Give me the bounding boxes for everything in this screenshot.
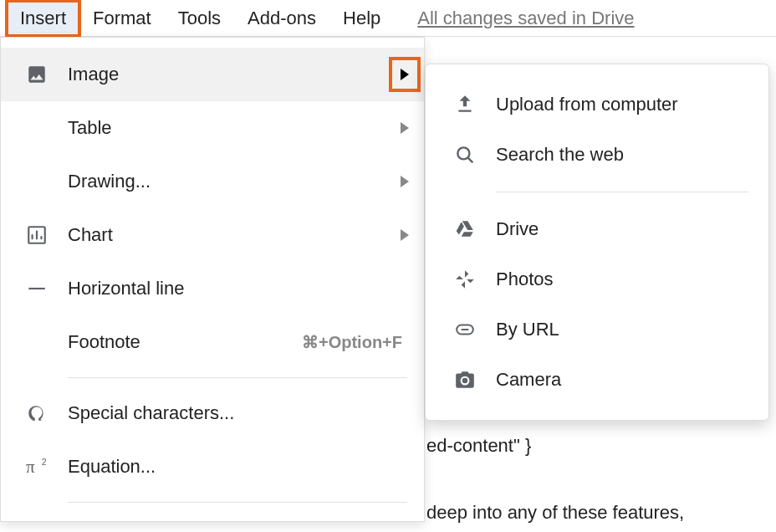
submenu-item-label: By URL bbox=[496, 319, 559, 340]
menu-separator bbox=[68, 377, 407, 378]
submenu-item-camera[interactable]: Camera bbox=[426, 355, 768, 405]
submenu-item-upload[interactable]: Upload from computer bbox=[426, 79, 768, 130]
submenu-item-search-web[interactable]: Search the web bbox=[426, 130, 768, 180]
menu-item-label: Equation... bbox=[68, 456, 409, 478]
menu-item-label: Table bbox=[68, 117, 394, 139]
insert-dropdown: Image Table Drawing... Chart Horizontal … bbox=[0, 37, 425, 522]
doc-text-fragment: deep into any of these features, bbox=[426, 502, 684, 524]
camera-icon bbox=[454, 369, 496, 391]
menu-separator bbox=[68, 502, 407, 503]
image-icon bbox=[26, 64, 68, 85]
svg-text:π: π bbox=[26, 457, 35, 477]
menubar-item-addons[interactable]: Add-ons bbox=[234, 1, 329, 36]
menu-item-equation[interactable]: π2 Equation... bbox=[1, 440, 424, 494]
submenu-item-label: Search the web bbox=[496, 144, 624, 166]
menubar-item-insert[interactable]: Insert bbox=[7, 1, 79, 36]
menubar: Insert Format Tools Add-ons Help All cha… bbox=[0, 0, 776, 37]
menubar-item-format[interactable]: Format bbox=[79, 1, 165, 36]
svg-rect-1 bbox=[28, 288, 45, 289]
submenu-arrow-icon bbox=[401, 229, 409, 241]
svg-text:2: 2 bbox=[42, 457, 47, 467]
upload-icon bbox=[454, 94, 496, 115]
horizontal-line-icon bbox=[26, 278, 68, 299]
search-icon bbox=[454, 144, 496, 166]
menu-item-drawing[interactable]: Drawing... bbox=[1, 155, 424, 208]
submenu-item-label: Upload from computer bbox=[496, 94, 678, 115]
drive-icon bbox=[454, 218, 496, 240]
shortcut-label: ⌘+Option+F bbox=[302, 332, 402, 352]
submenu-arrow-icon bbox=[401, 122, 409, 134]
menu-item-label: Drawing... bbox=[68, 171, 394, 192]
menu-item-label: Horizontal line bbox=[68, 278, 409, 299]
submenu-item-label: Drive bbox=[496, 218, 539, 240]
chart-icon bbox=[26, 224, 68, 246]
menu-item-special-characters[interactable]: Special characters... bbox=[1, 386, 424, 440]
submenu-item-label: Camera bbox=[496, 369, 561, 391]
menu-item-label: Chart bbox=[68, 224, 394, 246]
image-submenu: Upload from computer Search the web Driv… bbox=[425, 64, 769, 421]
submenu-item-photos[interactable]: Photos bbox=[426, 254, 768, 304]
submenu-arrow-icon bbox=[401, 176, 409, 187]
menubar-item-help[interactable]: Help bbox=[329, 1, 394, 36]
menu-item-label: Special characters... bbox=[68, 402, 409, 424]
menu-item-label: Image bbox=[68, 64, 394, 85]
menubar-item-tools[interactable]: Tools bbox=[165, 1, 234, 36]
submenu-item-by-url[interactable]: By URL bbox=[426, 304, 768, 355]
save-status[interactable]: All changes saved in Drive bbox=[417, 8, 634, 29]
menu-item-table[interactable]: Table bbox=[1, 101, 424, 155]
submenu-item-label: Photos bbox=[496, 269, 554, 290]
submenu-arrow-icon bbox=[401, 69, 409, 80]
doc-text-fragment: ed-content" } bbox=[426, 435, 531, 457]
menu-item-label: Footnote bbox=[68, 331, 302, 353]
pi-icon: π2 bbox=[26, 455, 68, 478]
photos-icon bbox=[454, 269, 496, 290]
menu-item-image[interactable]: Image bbox=[1, 48, 424, 101]
menu-item-chart[interactable]: Chart bbox=[1, 208, 424, 262]
menu-item-horizontal-line[interactable]: Horizontal line bbox=[1, 262, 424, 315]
menu-item-footnote[interactable]: Footnote ⌘+Option+F bbox=[1, 315, 424, 369]
omega-icon bbox=[26, 402, 68, 424]
submenu-item-drive[interactable]: Drive bbox=[426, 204, 768, 254]
link-icon bbox=[454, 319, 496, 340]
submenu-separator bbox=[496, 192, 748, 192]
